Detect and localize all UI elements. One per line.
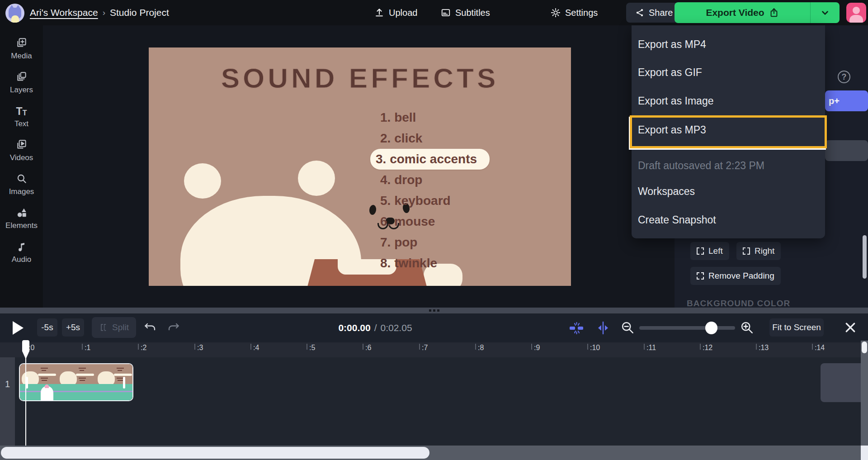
breadcrumb: Ari's Workspace › Studio Project — [30, 0, 169, 25]
undo-icon[interactable] — [144, 322, 156, 333]
breadcrumb-separator: › — [103, 8, 105, 18]
current-time: 0:00.00 — [338, 322, 370, 333]
resolution-badge[interactable]: p+ — [825, 90, 868, 111]
padding-left-button[interactable]: Left — [690, 242, 729, 260]
split-button[interactable]: Split — [92, 317, 136, 338]
timeline-ruler[interactable]: :0 :1 :2 :3 :4 :5 :6 :7 :8 :9 :10 :11 :1… — [0, 342, 868, 357]
remove-padding-label: Remove Padding — [708, 271, 774, 281]
preview-canvas-area: SOUND EFFECTS 1. bell 2. click 3. comic … — [43, 25, 675, 308]
account-avatar[interactable] — [846, 3, 866, 23]
list-item: 4. drop — [375, 170, 490, 190]
list-item: 1. bell — [375, 107, 490, 128]
padding-right-icon — [743, 247, 750, 255]
offscreen-clip-fragment[interactable] — [821, 363, 861, 402]
ruler-tick-label: :3 — [197, 344, 203, 352]
play-button[interactable] — [13, 321, 24, 335]
time-separator: / — [374, 322, 377, 333]
bear-ear — [184, 163, 221, 199]
fit-to-screen-button[interactable]: Fit to Screen — [769, 318, 824, 337]
sidebar-item-elements[interactable]: Elements — [0, 207, 43, 230]
menu-item-create-snapshot[interactable]: Create Snapshot — [638, 212, 819, 228]
help-icon[interactable]: ? — [838, 71, 850, 83]
split-preview-icon[interactable] — [596, 321, 610, 335]
upload-button[interactable]: Upload — [374, 0, 417, 25]
sidebar-item-text[interactable]: TT Text — [0, 105, 43, 128]
clip-audio-strip — [20, 384, 132, 401]
snap-toggle-icon[interactable] — [569, 321, 585, 335]
export-options-caret-button[interactable] — [811, 7, 840, 19]
logo-cat-belly — [11, 15, 19, 23]
zoom-out-icon[interactable] — [620, 320, 635, 335]
ruler-tick-label: :1 — [85, 344, 90, 352]
remove-padding-button[interactable]: Remove Padding — [690, 267, 781, 285]
bear-arm — [254, 264, 299, 286]
rewind-5s-button[interactable]: -5s — [37, 318, 57, 337]
workspace-logo[interactable] — [5, 4, 24, 23]
menu-item-export-mp3[interactable]: Export as MP3 — [638, 122, 819, 138]
sidebar-item-images[interactable]: Images — [0, 173, 43, 196]
menu-item-workspaces[interactable]: Workspaces — [638, 184, 819, 199]
bear-ear — [298, 161, 335, 196]
share-button[interactable]: Share — [626, 3, 682, 23]
timeline-horizontal-scrollbar-thumb[interactable] — [1, 447, 429, 459]
padding-left-label: Left — [708, 246, 723, 256]
sidebar-item-media[interactable]: Media — [0, 37, 43, 61]
breadcrumb-workspace-link[interactable]: Ari's Workspace — [30, 7, 98, 18]
zoom-in-icon[interactable] — [740, 320, 754, 335]
padding-right-button[interactable]: Right — [736, 242, 781, 260]
subtitles-button[interactable]: Subtitles — [441, 0, 490, 25]
videos-icon — [16, 139, 28, 151]
sidebar-item-audio[interactable]: Audio — [0, 241, 43, 264]
list-item-highlighted: 3. comic accents — [370, 149, 490, 170]
clip-trim-handle-right[interactable] — [123, 377, 125, 389]
menu-item-export-mp4[interactable]: Export as MP4 — [638, 37, 819, 52]
split-label: Split — [112, 322, 129, 332]
music-note-icon — [16, 241, 27, 252]
share-label: Share — [649, 8, 673, 18]
redo-icon[interactable] — [167, 322, 180, 333]
export-video-button[interactable]: Export Video — [675, 7, 810, 18]
search-icon — [16, 173, 28, 185]
canvas-timeline-resize-handle[interactable] — [0, 308, 868, 313]
timeline-toolbar: -5s +5s Split 0:00.00 / 0:02.05 — [0, 313, 868, 342]
subtitles-label: Subtitles — [455, 8, 490, 18]
close-timeline-icon[interactable] — [844, 321, 857, 334]
list-item: 5. keyboard — [375, 190, 490, 211]
sidebar-item-label: Images — [9, 187, 34, 196]
timeline-vertical-scrollbar-track[interactable] — [861, 341, 868, 446]
ruler-tick-label: :8 — [478, 344, 484, 352]
timeline-horizontal-scrollbar-track[interactable] — [0, 446, 868, 460]
clip-thumbnail-tile — [58, 364, 96, 384]
clip-thumbnail-strip — [20, 364, 132, 384]
forward-5s-button[interactable]: +5s — [62, 318, 84, 337]
settings-button[interactable]: Settings — [551, 0, 598, 25]
shapes-icon — [16, 207, 28, 218]
subtitles-icon — [441, 8, 451, 18]
media-icon — [16, 37, 28, 49]
sidebar-item-label: Elements — [5, 221, 38, 230]
sidebar-item-label: Text — [14, 119, 28, 128]
timeline-vertical-scrollbar-thumb[interactable] — [862, 341, 867, 353]
zoom-slider-knob[interactable] — [705, 322, 717, 334]
list-item: 2. click — [375, 128, 490, 149]
sidebar-item-label: Videos — [10, 153, 33, 162]
avatar-person-icon — [853, 7, 860, 14]
settings-label: Settings — [565, 8, 598, 18]
video-preview-frame[interactable]: SOUND EFFECTS 1. bell 2. click 3. comic … — [149, 47, 571, 286]
total-duration: 0:02.05 — [381, 322, 412, 333]
menu-item-export-image[interactable]: Export as Image — [638, 93, 819, 109]
panel-button-fragment[interactable] — [825, 140, 868, 161]
export-dropdown-menu: Export as MP4 Export as GIF Export as Im… — [632, 25, 825, 238]
breadcrumb-project-title[interactable]: Studio Project — [110, 7, 169, 18]
ruler-tick-label: :12 — [703, 344, 712, 352]
export-video-split-button: Export Video — [675, 2, 840, 23]
padding-right-label: Right — [755, 246, 774, 256]
menu-item-export-gif[interactable]: Export as GIF — [638, 65, 819, 80]
timeline-clip[interactable] — [19, 363, 133, 401]
panel-scrollbar[interactable] — [863, 235, 867, 279]
timeline-zoom-slider[interactable] — [639, 326, 735, 330]
list-item: 7. pop — [375, 232, 490, 253]
sidebar-item-videos[interactable]: Videos — [0, 139, 43, 162]
ruler-tick-label: :14 — [815, 344, 825, 352]
sidebar-item-layers[interactable]: Layers — [0, 71, 43, 95]
